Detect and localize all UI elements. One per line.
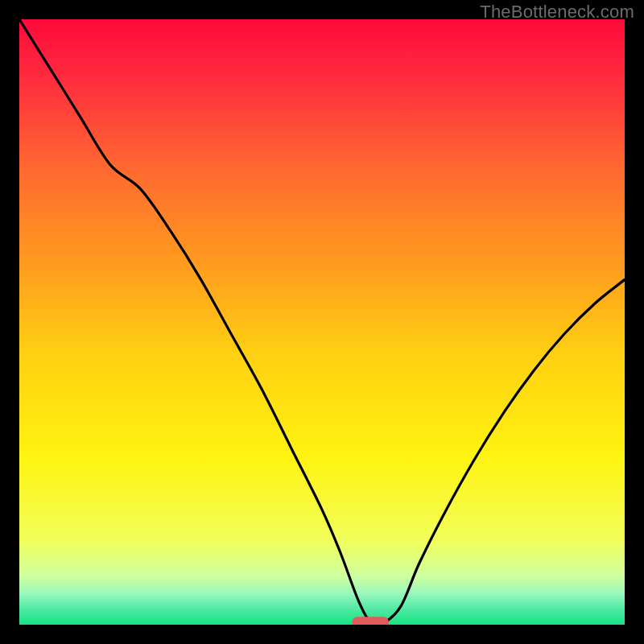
min-marker	[353, 617, 389, 625]
chart-svg	[19, 19, 625, 625]
chart-background	[19, 19, 625, 625]
chart-plot-area	[19, 19, 625, 625]
